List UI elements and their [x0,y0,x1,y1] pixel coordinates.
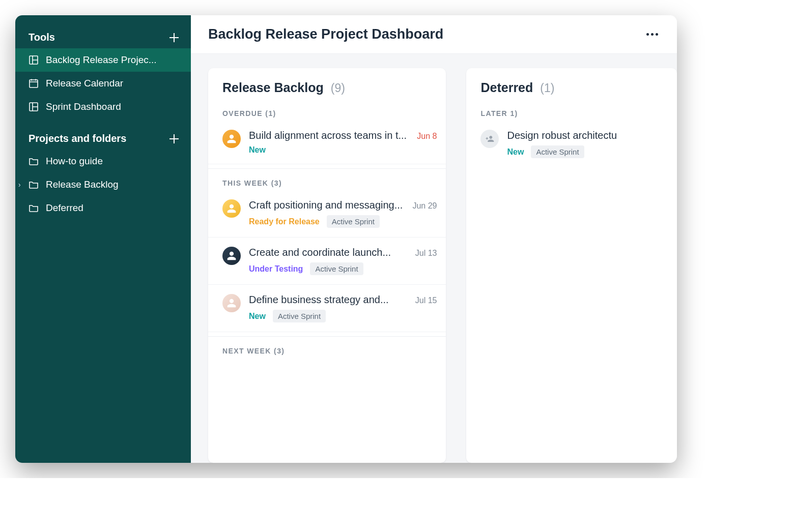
app-frame: Tools Backlog Release Projec... Release … [15,15,677,463]
svg-rect-3 [30,80,38,87]
card-title: Create and coordinate launch... [249,247,408,258]
status-badge: New [249,312,266,321]
card-date: Jun 29 [412,201,437,211]
avatar [222,199,241,218]
column-title: Deterred [480,80,533,95]
task-card[interactable]: Craft positioning and messaging... Jun 2… [208,190,446,238]
status-badge: Ready for Release [249,217,320,226]
task-card[interactable]: Create and coordinate launch... Jul 13 U… [208,238,446,285]
task-card[interactable]: Design robust architectu New Active Spri… [466,121,677,167]
layout-icon [29,55,39,65]
avatar [222,294,241,312]
group-label-thisweek: THIS WEEK (3) [208,168,446,190]
column-count: (1) [540,81,554,95]
column-header: Release Backlog (9) [208,68,446,99]
card-body: Create and coordinate launch... Jul 13 U… [249,247,437,275]
sidebar-item-label: Release Calendar [46,78,180,89]
card-body: Define business strategy and... Jul 15 N… [249,294,437,322]
sidebar-project-release-backlog[interactable]: › Release Backlog [15,173,191,196]
column-header: Deterred (1) [466,68,677,99]
card-body: Craft positioning and messaging... Jun 2… [249,199,437,228]
card-title: Design robust architectu [507,130,668,141]
sidebar-tools-label: Tools [29,32,55,43]
sidebar: Tools Backlog Release Projec... Release … [15,15,191,463]
avatar [222,130,241,148]
sidebar-item-label: Sprint Dashboard [46,101,180,112]
status-badge: New [249,145,266,155]
main: Backlog Release Project Dashboard Releas… [191,15,677,463]
tag: Active Sprint [273,310,326,322]
task-card[interactable]: Define business strategy and... Jul 15 N… [208,285,446,332]
column-deterred: Deterred (1) LATER 1) Design robust arch… [466,68,677,463]
topbar: Backlog Release Project Dashboard [191,15,677,54]
unassigned-avatar [480,130,499,148]
tag: Active Sprint [310,262,363,275]
sidebar-tool-sprint-dashboard[interactable]: Sprint Dashboard [15,95,191,119]
group-label-overdue: OVERDUE (1) [208,99,446,121]
card-body: Design robust architectu New Active Spri… [507,130,668,158]
card-date: Jul 13 [415,249,437,258]
sidebar-tool-release-calendar[interactable]: Release Calendar [15,72,191,95]
card-title: Craft positioning and messaging... [249,199,405,211]
more-menu-button[interactable] [644,28,660,41]
tag: Active Sprint [531,145,584,158]
add-tool-button[interactable] [168,32,180,43]
tag: Active Sprint [327,215,380,228]
sidebar-item-label: Backlog Release Projec... [46,54,180,66]
sidebar-project-howto[interactable]: How-to guide [15,150,191,173]
sidebar-item-label: Deferred [46,202,180,214]
card-date: Jul 15 [415,296,437,305]
sidebar-tool-backlog-dashboard[interactable]: Backlog Release Projec... [15,48,191,72]
folder-icon [29,180,39,190]
group-label-later: LATER 1) [466,99,677,121]
column-release-backlog: Release Backlog (9) OVERDUE (1) Build al… [208,68,446,463]
card-body: Build alignment across teams in t... Jun… [249,130,437,155]
column-count: (9) [331,81,345,95]
page-title: Backlog Release Project Dashboard [208,26,443,42]
folder-icon [29,156,39,166]
dot-icon [646,33,649,36]
status-badge: New [507,147,524,157]
sidebar-section-tools: Tools [15,26,191,48]
sidebar-item-label: Release Backlog [46,179,180,190]
sidebar-item-label: How-to guide [46,156,180,167]
avatar [222,247,241,265]
layout-icon [29,102,39,112]
card-title: Define business strategy and... [249,294,408,306]
sidebar-project-deferred[interactable]: Deferred [15,196,191,220]
folder-icon [29,203,39,213]
sidebar-section-projects: Projects and folders [15,128,191,150]
dot-icon [651,33,654,36]
task-card[interactable]: Build alignment across teams in t... Jun… [208,121,446,164]
column-title: Release Backlog [222,80,324,95]
sidebar-projects-label: Projects and folders [29,133,126,144]
group-label-nextweek: NEXT WEEK (3) [208,336,446,358]
board-area: Release Backlog (9) OVERDUE (1) Build al… [191,54,677,463]
status-badge: Under Testing [249,264,303,274]
calendar-icon [29,78,39,88]
card-date: Jun 8 [417,132,437,141]
card-title: Build alignment across teams in t... [249,130,410,141]
add-project-button[interactable] [168,133,180,144]
chevron-right-icon: › [18,181,21,189]
dot-icon [656,33,658,36]
